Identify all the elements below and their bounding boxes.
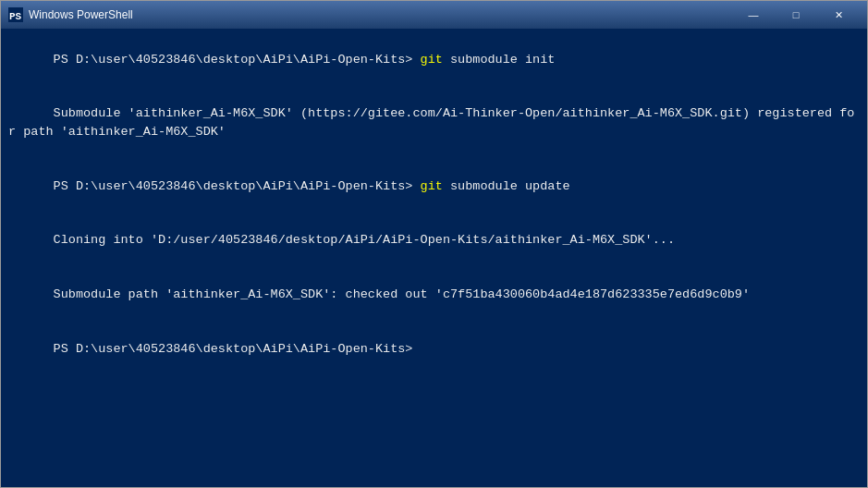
powershell-icon: PS bbox=[8, 7, 23, 22]
window: PS Windows PowerShell — □ ✕ PS D:\user\4… bbox=[0, 0, 868, 488]
minimize-button[interactable]: — bbox=[732, 1, 775, 29]
git-args-2: submodule update bbox=[443, 179, 570, 193]
terminal-line-2: Submodule 'aithinker_Ai-M6X_SDK' (https:… bbox=[8, 87, 860, 159]
git-cmd-2: git bbox=[421, 179, 443, 193]
close-button[interactable]: ✕ bbox=[817, 1, 860, 29]
terminal-line-3: PS D:\user\40523846\desktop\AiPi\AiPi-Op… bbox=[8, 159, 860, 214]
git-args-1: submodule init bbox=[443, 53, 556, 67]
output-line-1: Submodule 'aithinker_Ai-M6X_SDK' (https:… bbox=[8, 106, 854, 139]
terminal-line-4: Cloning into 'D:/user/40523846/desktop/A… bbox=[8, 214, 860, 268]
output-line-3: Submodule path 'aithinker_Ai-M6X_SDK': c… bbox=[54, 287, 750, 301]
svg-text:PS: PS bbox=[9, 11, 22, 22]
terminal-line-6: PS D:\user\40523846\desktop\AiPi\AiPi-Op… bbox=[8, 322, 860, 376]
git-cmd-1: git bbox=[421, 53, 443, 67]
terminal-line-1: PS D:\user\40523846\desktop\AiPi\AiPi-Op… bbox=[8, 32, 860, 87]
terminal-line-5: Submodule path 'aithinker_Ai-M6X_SDK': c… bbox=[8, 267, 860, 322]
output-line-2: Cloning into 'D:/user/40523846/desktop/A… bbox=[54, 233, 675, 247]
prompt-2: PS D:\user\40523846\desktop\AiPi\AiPi-Op… bbox=[54, 179, 421, 193]
title-bar: PS Windows PowerShell — □ ✕ bbox=[1, 1, 867, 29]
terminal-body[interactable]: PS D:\user\40523846\desktop\AiPi\AiPi-Op… bbox=[1, 29, 867, 487]
prompt-1: PS D:\user\40523846\desktop\AiPi\AiPi-Op… bbox=[54, 53, 421, 67]
window-controls: — □ ✕ bbox=[732, 1, 860, 29]
maximize-button[interactable]: □ bbox=[775, 1, 817, 29]
window-title: Windows PowerShell bbox=[29, 8, 732, 21]
prompt-3: PS D:\user\40523846\desktop\AiPi\AiPi-Op… bbox=[54, 342, 413, 356]
